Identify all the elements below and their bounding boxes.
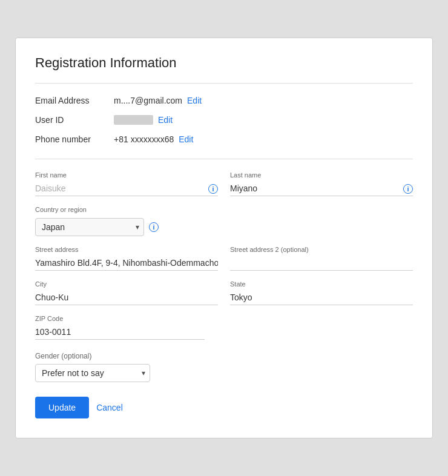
zip-field: ZIP Code [35,315,205,340]
lastname-field: Last name i [230,171,413,196]
zip-input[interactable] [35,325,205,340]
country-label: Country or region [35,206,413,213]
street2-input[interactable] [230,256,413,271]
address-section: Street address Street address 2 (optiona… [35,246,413,271]
divider-2 [35,159,413,159]
firstname-input[interactable] [35,181,218,196]
gender-section: Gender (optional) Prefer not to say Male… [35,352,413,382]
email-edit-link[interactable]: Edit [187,96,202,105]
country-info-icon[interactable]: i [149,222,159,232]
state-input[interactable] [230,290,413,305]
country-select-wrapper: Japan ▾ [35,218,144,236]
name-group: First name i Last name i [35,171,413,196]
name-section: First name i Last name i [35,171,413,196]
city-input[interactable] [35,290,218,305]
email-row: Email Address m....7@gmail.com Edit [35,91,413,110]
gender-select[interactable]: Prefer not to say Male Female [35,364,150,382]
registration-card: Registration Information Email Address m… [15,38,433,438]
cancel-button[interactable]: Cancel [96,397,123,418]
state-field: State [230,280,413,305]
firstname-info-icon[interactable]: i [208,184,218,194]
street1-input[interactable] [35,256,218,271]
lastname-info-icon[interactable]: i [403,184,413,194]
email-value: m....7@gmail.com [114,96,182,105]
country-section: Country or region Japan ▾ i [35,206,413,236]
phone-label: Phone number [35,134,114,144]
address-group: Street address Street address 2 (optiona… [35,246,413,271]
country-field: Country or region Japan ▾ i [35,206,413,236]
street2-field: Street address 2 (optional) [230,246,413,271]
city-label: City [35,280,218,288]
city-field: City [35,280,218,305]
phone-value: +81 xxxxxxxx68 [114,134,174,144]
userid-blurred [114,115,153,125]
email-label: Email Address [35,96,114,105]
lastname-input[interactable] [230,181,413,196]
phone-row: Phone number +81 xxxxxxxx68 Edit [35,130,413,149]
street2-label: Street address 2 (optional) [230,246,413,253]
divider-top [35,83,413,84]
update-button[interactable]: Update [35,397,89,418]
street1-label: Street address [35,246,218,253]
firstname-label: First name [35,171,218,179]
lastname-label: Last name [230,171,413,179]
userid-label: User ID [35,115,114,125]
userid-edit-link[interactable]: Edit [158,115,173,125]
city-state-section: City State [35,280,413,305]
gender-select-wrapper: Prefer not to say Male Female ▾ [35,364,150,382]
buttons-row: Update Cancel [35,397,413,418]
street1-field: Street address [35,246,218,271]
phone-edit-link[interactable]: Edit [179,134,193,144]
country-select[interactable]: Japan [35,218,144,236]
page-title: Registration Information [35,55,413,71]
firstname-field: First name i [35,171,218,196]
gender-label: Gender (optional) [35,352,413,360]
userid-row: User ID Edit [35,110,413,130]
zip-label: ZIP Code [35,315,205,322]
zip-section: ZIP Code [35,315,413,340]
state-label: State [230,280,413,288]
city-state-group: City State [35,280,413,305]
